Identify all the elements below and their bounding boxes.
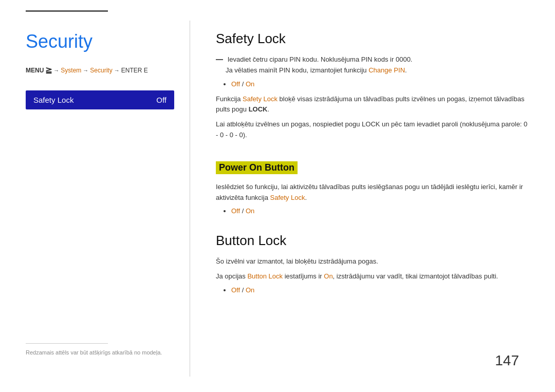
safety-lock-desc1: Funkcija Safety Lock bloķē visas izstrād… <box>216 94 529 116</box>
top-divider-left <box>26 10 108 12</box>
menu-path: MENU ≧ → System → Security → ENTER E <box>26 65 174 75</box>
bottom-note: Redzamais attēls var būt atšķirīgs atkar… <box>26 343 162 356</box>
page-title: Security <box>26 31 174 52</box>
safety-lock-highlight: Safety Lock <box>243 95 278 103</box>
menu-icon: ≧ <box>45 65 52 75</box>
arrow2: → <box>83 67 88 73</box>
button-lock-highlight: Button Lock <box>247 272 283 280</box>
button-lock-off-on: Off / On <box>231 286 529 294</box>
power-off-label[interactable]: Off <box>231 207 240 215</box>
on-label[interactable]: On <box>246 80 254 88</box>
safety-lock-intro: Ievadiet četru ciparu PIN kodu. Noklusēj… <box>216 54 529 76</box>
power-on-label[interactable]: On <box>246 207 254 215</box>
btn-off-label[interactable]: Off <box>231 286 240 294</box>
security-link[interactable]: Security <box>90 67 112 74</box>
intro-line2: Ja vēlaties mainīt PIN kodu, izmantojiet… <box>226 66 407 74</box>
safety-lock-link2[interactable]: Safety Lock <box>270 194 305 201</box>
slash3: / <box>240 286 246 294</box>
safety-lock-section: Safety Lock Ievadiet četru ciparu PIN ko… <box>216 31 529 141</box>
left-panel: Security MENU ≧ → System → Security → EN… <box>26 21 190 377</box>
button-lock-desc1: Šo izvēlni var izmantot, lai bloķētu izs… <box>216 256 529 267</box>
button-lock-bullet-list: Off / On <box>216 286 529 294</box>
menu-label: MENU <box>26 67 44 74</box>
bottom-note-text: Redzamais attēls var būt atšķirīgs atkar… <box>26 349 162 356</box>
power-on-desc1: Ieslēdziet šo funkciju, lai aktivizētu t… <box>216 182 529 203</box>
button-lock-section: Button Lock Šo izvēlni var izmantot, lai… <box>216 233 529 294</box>
system-link[interactable]: System <box>61 67 81 74</box>
bottom-note-divider <box>26 343 108 344</box>
power-on-off-on: Off / On <box>231 207 529 215</box>
safety-lock-desc2: Lai atbloķētu izvēlnes un pogas, nospied… <box>216 119 529 141</box>
power-on-button-title: Power On Button <box>216 161 298 174</box>
arrow1: → <box>53 67 59 73</box>
button-lock-title: Button Lock <box>216 233 529 249</box>
slash2: / <box>240 207 246 215</box>
button-lock-on: On <box>324 272 332 280</box>
slash1: / <box>240 80 246 88</box>
change-pin-link[interactable]: Change PIN <box>368 66 405 74</box>
arrow3: → <box>114 67 120 73</box>
btn-on-label[interactable]: On <box>246 286 254 294</box>
safety-lock-title: Safety Lock <box>216 31 529 47</box>
power-on-bullet-list: Off / On <box>216 207 529 215</box>
safety-lock-off-on: Off / On <box>231 80 529 88</box>
right-panel: Safety Lock Ievadiet četru ciparu PIN ko… <box>190 21 529 377</box>
enter-label: ENTER E <box>121 67 148 74</box>
safety-lock-bullet-list: Off / On <box>216 80 529 88</box>
safety-lock-value: Off <box>156 96 166 104</box>
page-number: 147 <box>495 352 519 369</box>
page-container: Security MENU ≧ → System → Security → EN… <box>0 0 555 392</box>
menu-bar-icon <box>216 59 223 60</box>
safety-lock-label: Safety Lock <box>33 96 73 104</box>
intro-line1: Ievadiet četru ciparu PIN kodu. Noklusēj… <box>228 55 413 63</box>
safety-lock-menu-item[interactable]: Safety Lock Off <box>26 90 174 109</box>
off-label[interactable]: Off <box>231 80 240 88</box>
power-on-button-section: Power On Button Ieslēdziet šo funkciju, … <box>216 159 529 215</box>
button-lock-desc2: Ja opcijas Button Lock iestatījums ir On… <box>216 271 529 282</box>
